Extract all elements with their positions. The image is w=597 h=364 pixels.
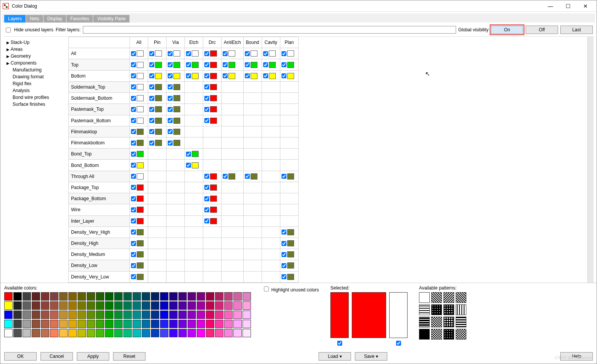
cell-check[interactable] [168,84,173,89]
palette-swatch[interactable] [96,311,104,319]
global-on-button[interactable]: On [491,26,523,34]
cell-check[interactable] [131,152,136,157]
palette-swatch[interactable] [206,329,214,337]
palette-swatch[interactable] [32,292,40,301]
cell-check[interactable] [204,107,209,112]
palette-swatch[interactable] [123,320,132,328]
color-swatch[interactable] [287,73,294,79]
save-dropdown[interactable]: Save [355,352,387,361]
palette-swatch[interactable] [13,320,22,328]
global-last-button[interactable]: Last [560,26,593,34]
cell-check[interactable] [282,241,286,246]
palette-swatch[interactable] [32,301,40,310]
pattern-swatch[interactable] [443,292,454,303]
cell-check[interactable] [131,73,136,78]
cell-check[interactable] [149,118,154,123]
palette-swatch[interactable] [188,292,196,301]
cell-check[interactable] [223,174,228,179]
palette-swatch[interactable] [243,320,251,328]
palette-swatch[interactable] [105,292,113,301]
palette-swatch[interactable] [224,292,233,301]
cell-check[interactable] [168,51,173,56]
palette-swatch[interactable] [68,301,77,310]
cell-check[interactable] [245,62,250,67]
palette-swatch[interactable] [32,320,40,328]
palette-swatch[interactable] [59,311,68,319]
palette-swatch[interactable] [169,320,178,328]
cell-check[interactable] [186,152,191,157]
color-swatch[interactable] [210,106,217,112]
palette-swatch[interactable] [197,320,205,328]
palette-swatch[interactable] [151,292,159,301]
color-swatch[interactable] [137,106,144,112]
color-swatch[interactable] [137,73,144,79]
color-swatch[interactable] [173,73,180,79]
color-swatch[interactable] [287,229,294,235]
cell-check[interactable] [131,241,136,246]
color-swatch[interactable] [173,106,180,112]
cell-check[interactable] [149,51,154,56]
palette-swatch[interactable] [151,320,159,328]
color-swatch[interactable] [137,218,144,224]
cell-check[interactable] [131,218,136,223]
pattern-swatch[interactable] [456,329,466,340]
palette-swatch[interactable] [142,311,150,319]
palette-swatch[interactable] [215,292,223,301]
palette-swatch[interactable] [133,329,141,337]
palette-swatch[interactable] [197,311,205,319]
palette-swatch[interactable] [4,292,13,301]
color-swatch[interactable] [173,95,180,101]
color-swatch[interactable] [137,207,144,213]
cell-check[interactable] [204,62,209,67]
cell-check[interactable] [149,62,154,67]
color-swatch[interactable] [173,50,180,57]
palette-swatch[interactable] [114,301,123,310]
palette-swatch[interactable] [188,320,196,328]
palette-swatch[interactable] [133,292,141,301]
color-swatch[interactable] [228,73,235,79]
selected-swatch-1[interactable] [330,292,349,338]
cell-check[interactable] [131,118,136,123]
color-swatch[interactable] [137,184,144,191]
color-swatch[interactable] [155,129,162,135]
palette-swatch[interactable] [151,329,159,337]
cell-check[interactable] [131,196,136,201]
cell-check[interactable] [282,62,286,67]
palette-swatch[interactable] [50,311,58,319]
tab-nets[interactable]: Nets [26,15,43,23]
palette-swatch[interactable] [224,329,233,337]
tab-display[interactable]: Display [44,15,66,23]
color-swatch[interactable] [287,274,294,280]
color-swatch[interactable] [251,173,257,180]
palette-swatch[interactable] [105,311,113,319]
color-swatch[interactable] [228,50,235,57]
palette-swatch[interactable] [50,320,58,328]
cell-check[interactable] [149,129,154,134]
palette-swatch[interactable] [13,329,22,337]
color-swatch[interactable] [137,118,144,124]
color-swatch[interactable] [251,62,257,68]
color-swatch[interactable] [287,173,294,180]
cancel-button[interactable]: Cancel [40,352,73,361]
palette-swatch[interactable] [59,329,68,337]
palette-swatch[interactable] [78,329,86,337]
color-swatch[interactable] [137,50,144,57]
palette-swatch[interactable] [206,301,214,310]
cell-check[interactable] [149,84,154,89]
color-swatch[interactable] [173,84,180,90]
sidebar-item-manufacturing[interactable]: Manufacturing [5,66,67,73]
cell-check[interactable] [168,62,173,67]
cell-check[interactable] [223,62,228,67]
cell-check[interactable] [282,252,286,257]
palette-swatch[interactable] [169,301,178,310]
color-swatch[interactable] [137,229,144,235]
pattern-swatch[interactable] [431,292,442,303]
palette-swatch[interactable] [96,292,104,301]
pattern-swatch[interactable] [443,304,454,315]
palette-swatch[interactable] [188,311,196,319]
reset-button[interactable]: Reset [113,352,146,361]
palette-swatch[interactable] [133,301,141,310]
cell-check[interactable] [131,84,136,89]
palette-swatch[interactable] [105,301,113,310]
palette-swatch[interactable] [243,329,251,337]
